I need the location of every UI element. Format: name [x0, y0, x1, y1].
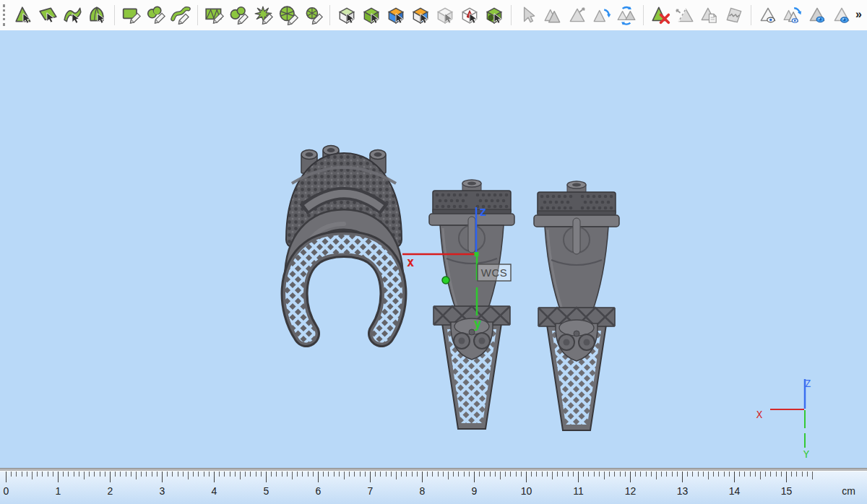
toolbar-separator: [751, 5, 751, 25]
select-colored-part-alt-icon[interactable]: [410, 2, 431, 28]
ruler-number: 2: [108, 485, 113, 497]
ruler-number: 11: [573, 485, 584, 497]
ruler-number: 4: [212, 485, 217, 497]
ruler-number: 12: [625, 485, 637, 497]
ruler-number: 15: [781, 485, 793, 497]
show-marked-icon[interactable]: [806, 2, 828, 28]
select-part-through-hole-icon[interactable]: [483, 2, 505, 28]
copy-marked-disabled-icon[interactable]: [699, 2, 720, 28]
wcs-origin: [475, 252, 479, 256]
swap-selection-icon[interactable]: [616, 2, 637, 28]
hide-marked-icon[interactable]: [831, 2, 853, 28]
select-interior-part-icon[interactable]: [459, 2, 480, 28]
mark-triangles-window-icon[interactable]: [204, 2, 225, 28]
ruler-number: 3: [160, 485, 165, 497]
ruler-unit-label: cm: [842, 485, 855, 497]
orientation-axes-indicator: X Z Y: [756, 378, 811, 460]
wcs-y-label: y: [474, 316, 482, 331]
select-triangles-icon[interactable]: [13, 2, 35, 28]
ruler-number: 13: [677, 485, 689, 497]
select-marked-part-icon[interactable]: [361, 2, 382, 28]
expand-selection-disabled-icon[interactable]: [542, 2, 564, 28]
orientation-x-label: X: [756, 409, 763, 420]
orientation-z-label: Z: [805, 378, 811, 389]
wcs-z-label: z: [479, 204, 486, 219]
mark-spheres-icon[interactable]: [228, 2, 250, 28]
mark-shell-inner-icon[interactable]: [302, 2, 324, 28]
selection-point[interactable]: [442, 277, 449, 284]
shrink-selection-disabled-icon[interactable]: [566, 2, 588, 28]
ruler-number: 14: [729, 485, 741, 497]
model-ornate-ring[interactable]: [286, 146, 402, 334]
select-part-icon[interactable]: [336, 2, 358, 28]
stitch-marked-disabled-icon[interactable]: [723, 2, 745, 28]
toolbar-separator: [643, 5, 644, 25]
toolbar-separator: [114, 5, 115, 25]
horizontal-ruler: 0123456789101112131415 cm: [0, 468, 867, 504]
selection-pointer-disabled-icon[interactable]: [517, 2, 539, 28]
invert-selection-icon[interactable]: [591, 2, 613, 28]
viewport-3d[interactable]: x z y WCS X Z Y: [0, 30, 867, 468]
mark-rectangle-icon[interactable]: [121, 2, 142, 28]
select-shells-icon[interactable]: [87, 2, 108, 28]
ruler-number: 10: [521, 485, 532, 497]
wcs-x-label: x: [407, 255, 414, 269]
select-colored-part-icon[interactable]: [385, 2, 407, 28]
select-planes-icon[interactable]: [38, 2, 59, 28]
mark-freeform-icon[interactable]: [145, 2, 167, 28]
select-part-disabled-icon[interactable]: [434, 2, 456, 28]
mark-star-icon[interactable]: [253, 2, 275, 28]
cut-marked-disabled-icon[interactable]: [674, 2, 696, 28]
ruler-number: 9: [472, 485, 478, 497]
orientation-y-label: Y: [803, 448, 810, 460]
model-support-back[interactable]: [534, 181, 619, 436]
select-surfaces-icon[interactable]: [62, 2, 84, 28]
toolbar-grip[interactable]: [3, 4, 7, 26]
application-window: »: [0, 0, 867, 504]
mark-shell-icon[interactable]: [277, 2, 299, 28]
wcs-label: WCS: [481, 266, 508, 279]
hide-unmarked-icon[interactable]: [757, 2, 779, 28]
toolbar-separator: [197, 5, 198, 25]
ruler-number: 0: [4, 485, 9, 497]
ruler-number: 5: [264, 485, 269, 497]
toolbar-overflow-button[interactable]: »: [855, 8, 863, 22]
toolbar-separator: [511, 5, 512, 25]
refresh-visibility-icon[interactable]: [782, 2, 803, 28]
ruler-number: 6: [316, 485, 322, 497]
model-support-front[interactable]: [429, 180, 514, 435]
ruler-major-ticks: [6, 472, 816, 482]
mark-brush-icon[interactable]: [170, 2, 191, 28]
delete-marked-triangles-icon[interactable]: [650, 2, 671, 28]
ruler-number: 1: [56, 485, 61, 497]
ruler-number: 8: [420, 485, 426, 497]
toolbar-separator: [329, 5, 330, 25]
main-toolbar: »: [0, 0, 867, 30]
ruler-number: 7: [368, 485, 374, 497]
